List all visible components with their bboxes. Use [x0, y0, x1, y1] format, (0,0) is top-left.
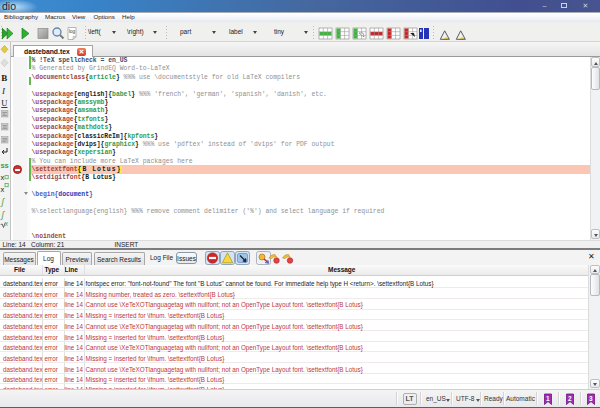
svg-text:B: B [1, 73, 7, 83]
svg-text:U: U [1, 98, 7, 108]
svg-text:ʃ: ʃ [0, 197, 5, 207]
svg-text:ss: ss [0, 161, 8, 170]
svg-text:x: x [0, 185, 4, 194]
svg-text:3: 3 [589, 395, 593, 402]
svg-text:ʃ: ʃ [0, 210, 5, 220]
svg-text:2: 2 [568, 395, 572, 402]
svg-text:1: 1 [546, 395, 550, 402]
svg-text:x: x [4, 220, 9, 227]
svg-text:x: x [0, 173, 4, 182]
svg-text:log: log [69, 29, 76, 34]
svg-text:I: I [1, 86, 6, 96]
